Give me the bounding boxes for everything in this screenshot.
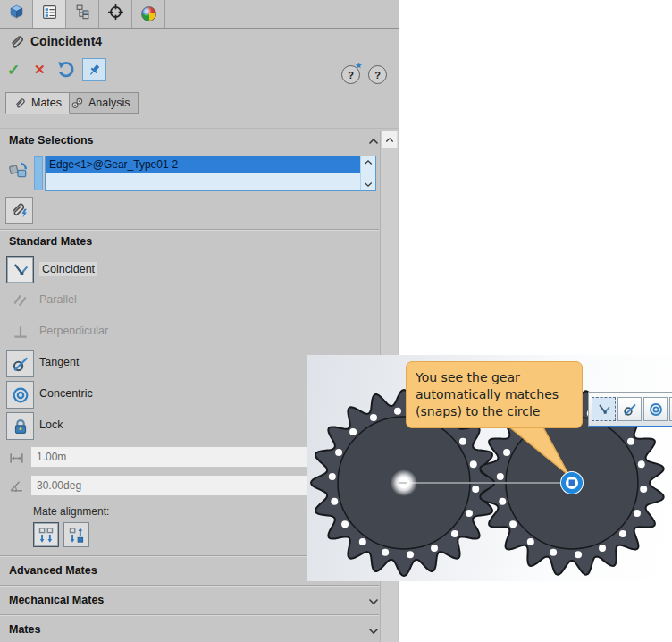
selected-entity-row[interactable]: Edge<1>@Gear_Type01-2: [46, 156, 360, 173]
undo-button[interactable]: [55, 58, 77, 83]
mate-selections-header[interactable]: Mate Selections: [9, 134, 93, 147]
aligned-icon: [37, 526, 55, 545]
popup-tangent-button[interactable]: [617, 397, 642, 421]
mates-chevron-down-icon[interactable]: [368, 628, 379, 635]
ok-button[interactable]: ✓: [7, 61, 20, 80]
keep-visible-pin-button[interactable]: [82, 58, 106, 81]
tab-analysis-label: Analysis: [88, 97, 130, 109]
tree-icon: [74, 4, 91, 24]
anti-aligned-icon: [67, 526, 86, 545]
coincident-icon: [596, 401, 612, 418]
coincident-icon: [11, 260, 30, 280]
selection-color-bar: [34, 156, 43, 190]
list-icon: [41, 4, 58, 24]
mechanical-chevron-down-icon[interactable]: [368, 598, 379, 605]
concentric-label: Concentric: [39, 387, 93, 400]
section-separator: [0, 229, 379, 230]
tab-mates-label: Mates: [31, 97, 62, 109]
concentric-icon: [648, 401, 664, 418]
solidworks-window: Coincident4 ?★ ? ✓ ✕ Mates Analysis Mate…: [0, 0, 672, 642]
parallel-icon: [12, 291, 29, 309]
cancel-button[interactable]: ✕: [34, 62, 46, 78]
scroll-up-icon[interactable]: [364, 159, 373, 165]
tab-strip-divider: [0, 114, 399, 114]
coincident-mate-button[interactable]: [6, 256, 34, 283]
tangent-label: Tangent: [39, 356, 79, 368]
coincident-label: Coincident: [39, 262, 97, 276]
collapse-chevron-up-icon[interactable]: [368, 138, 379, 145]
section-separator: [0, 614, 379, 615]
mate-selection-listbox[interactable]: Edge<1>@Gear_Type01-2: [45, 156, 376, 191]
analysis-icon: [71, 97, 84, 110]
angle-icon: [7, 477, 25, 494]
entities-to-mate-icon: [6, 159, 29, 182]
callout-bubble: You see the gear automatically matches (…: [406, 361, 583, 428]
manager-tab-bar: [0, 0, 399, 29]
tangent-icon: [622, 401, 638, 418]
perpendicular-label: Perpendicular: [39, 325, 108, 337]
scroll-up-icon: [385, 137, 394, 143]
distance-icon: [7, 449, 25, 467]
concentric-mate-button[interactable]: [6, 381, 34, 409]
paperclip-icon: [13, 97, 27, 110]
tab-analysis[interactable]: Analysis: [63, 92, 139, 114]
standard-mates-header[interactable]: Standard Mates: [9, 235, 92, 248]
lock-mate-button[interactable]: [6, 412, 34, 440]
anti-aligned-button[interactable]: [63, 522, 89, 547]
property-header: Coincident4 ?★ ?: [0, 32, 399, 54]
listbox-scrollbar[interactable]: [360, 156, 375, 190]
displaymanager-tab[interactable]: [132, 0, 165, 28]
popup-concentric-button[interactable]: [643, 397, 668, 421]
parallel-label: Parallel: [39, 293, 77, 306]
mate-popup-toolbar: [588, 392, 672, 427]
mate-paperclip-icon: [8, 33, 26, 55]
cube-icon: [8, 4, 25, 24]
advanced-mates-header[interactable]: Advanced Mates: [9, 564, 97, 577]
target-icon: [107, 4, 124, 24]
section-separator: [0, 585, 379, 586]
page-tab-strip: Mates Analysis: [0, 92, 399, 114]
aligned-button[interactable]: [33, 522, 59, 547]
multiple-mate-mode-button[interactable]: [5, 197, 33, 224]
scrollbar-up-button[interactable]: [382, 131, 398, 148]
tangent-icon: [11, 354, 30, 374]
tab-mates[interactable]: Mates: [5, 92, 70, 114]
mate-alignment-label: Mate alignment:: [33, 505, 109, 518]
pushpin-icon: [87, 63, 102, 78]
popup-coincident-button[interactable]: [592, 397, 616, 421]
color-sphere-icon: [141, 6, 156, 21]
page-title: Coincident4: [30, 34, 102, 48]
mates-section-header[interactable]: Mates: [9, 623, 40, 636]
lock-label: Lock: [39, 418, 63, 431]
content-divider: [0, 128, 399, 129]
mechanical-mates-header[interactable]: Mechanical Mates: [9, 594, 104, 606]
scroll-down-icon[interactable]: [364, 182, 373, 188]
tangent-mate-button[interactable]: [6, 350, 34, 377]
configurationmanager-tab[interactable]: [66, 0, 99, 28]
featuremanager-tab[interactable]: [0, 0, 33, 28]
concentric-icon: [11, 385, 30, 405]
perpendicular-icon: [12, 323, 29, 341]
propertymanager-tab[interactable]: [33, 0, 66, 28]
action-bar: ✓ ✕: [0, 57, 399, 86]
dimxpertmanager-tab[interactable]: [99, 0, 132, 28]
multimate-icon: [10, 200, 29, 220]
graphics-snapshot: You see the gear automatically matches (…: [307, 355, 672, 581]
lock-icon: [11, 417, 30, 436]
